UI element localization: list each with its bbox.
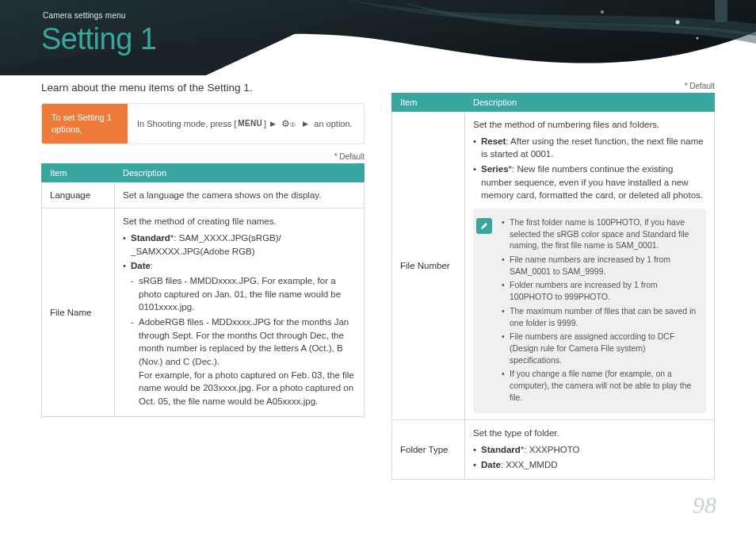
bullet-reset: Reset: After using the reset function, t… <box>473 135 706 161</box>
default-note-left: * Default <box>41 152 365 161</box>
standard-folder-rest: : XXXPHOTO <box>524 445 579 454</box>
subscript-one-icon: ① <box>290 121 296 128</box>
label-standard: Standard <box>131 233 170 243</box>
note-item: The first folder name is 100PHOTO, if yo… <box>502 216 698 251</box>
page-title: Setting 1 <box>41 22 157 56</box>
desc-file-number: Set the method of numbering files and fo… <box>465 112 715 420</box>
note-pencil-icon <box>476 218 492 234</box>
col-header-desc: Description <box>115 163 365 182</box>
reset-rest: : After using the reset function, the ne… <box>481 136 704 159</box>
col-header-item: Item <box>392 94 465 112</box>
spacer2 <box>299 119 301 128</box>
instruction-body: In Shooting mode, press [ MENU ] ▶ ⚙ ① ▶… <box>128 104 362 144</box>
file-name-lead: Set the method of creating file names. <box>123 216 277 226</box>
label-date: Date <box>131 261 151 270</box>
date-folder-rest: : XXX_MMDD <box>501 460 558 469</box>
arrow-right-icon: ▶ <box>270 120 276 128</box>
note-box: The first folder name is 100PHOTO, if yo… <box>473 209 706 413</box>
bracket-close: ] <box>264 119 269 128</box>
file-number-lead: Set the method of numbering files and fo… <box>473 120 659 129</box>
label-standard-folder: Standard <box>481 445 521 454</box>
instruction-prefix: In Shooting mode, press [ <box>137 119 236 128</box>
date-colon: : <box>151 261 153 270</box>
folder-type-lead: Set the type of folder. <box>473 428 559 438</box>
label-reset: Reset <box>481 136 506 146</box>
page-number: 98 <box>693 492 716 519</box>
settings-table-left: Item Description Language Set a language… <box>41 163 365 417</box>
table-header-row: Item Description <box>392 94 715 112</box>
note-item: The maximum number of files that can be … <box>502 305 698 328</box>
label-series: Series <box>481 164 509 174</box>
breadcrumb: Camera settings menu <box>43 11 126 20</box>
page-header: Camera settings menu Setting 1 <box>0 0 756 75</box>
default-note-right: * Default <box>391 82 715 90</box>
desc-folder-type: Set the type of folder. Standard*: XXXPH… <box>465 420 715 480</box>
item-folder-type: Folder Type <box>392 420 465 480</box>
left-column: Learn about the menu items of the Settin… <box>41 82 365 480</box>
svg-point-1 <box>601 10 604 13</box>
content-area: Learn about the menu items of the Settin… <box>0 75 756 480</box>
bullet-date-folder: Date: XXX_MMDD <box>473 458 706 472</box>
instruction-row: To set Setting 1 options, In Shooting mo… <box>41 103 365 144</box>
bullet-date: Date: sRGB files - MMDDxxxx.JPG. For exa… <box>123 259 356 408</box>
note-item: File numbers are assigned according to D… <box>502 331 698 366</box>
arrow-right-icon-2: ▶ <box>303 120 308 128</box>
nav-tab-icon[interactable] <box>715 0 727 22</box>
desc-language: Set a language the camera shows on the d… <box>115 182 365 209</box>
svg-point-0 <box>676 21 680 25</box>
item-language: Language <box>42 182 115 209</box>
spacer <box>277 119 280 128</box>
bullet-standard: Standard*: SAM_XXXX.JPG(sRGB)/ _SAMXXXX.… <box>123 232 356 258</box>
gear-icon: ⚙ <box>281 118 290 129</box>
note-icon-wrap <box>473 216 495 405</box>
table-row: File Number Set the method of numbering … <box>392 112 715 420</box>
right-column: * Default Item Description File Number S… <box>391 82 715 480</box>
desc-file-name: Set the method of creating file names. S… <box>115 209 365 416</box>
table-row: Folder Type Set the type of folder. Stan… <box>392 420 715 480</box>
col-header-desc: Description <box>465 94 715 112</box>
series-rest: : New file numbers continue the existing… <box>481 164 703 200</box>
table-row: Language Set a language the camera shows… <box>42 182 365 209</box>
label-date-folder: Date <box>481 460 501 469</box>
table-header-row: Item Description <box>42 163 365 182</box>
item-file-name: File Name <box>42 209 115 416</box>
bullet-standard-folder: Standard*: XXXPHOTO <box>473 443 706 457</box>
note-item: Folder numbers are increased by 1 from 1… <box>502 279 698 302</box>
menu-key-icon: MENU <box>238 119 262 128</box>
col-header-item: Item <box>42 163 115 182</box>
note-list: The first folder name is 100PHOTO, if yo… <box>502 216 698 405</box>
intro-text: Learn about the menu items of the Settin… <box>41 82 365 94</box>
note-item: If you change a file name (for example, … <box>502 368 698 403</box>
settings-table-right: Item Description File Number Set the met… <box>391 93 715 480</box>
bullet-series: Series*: New file numbers continue the e… <box>473 163 706 202</box>
spacer3 <box>310 119 312 128</box>
dash-adobergb-b: For example, for a photo captured on Feb… <box>139 370 354 406</box>
instruction-label: To set Setting 1 options, <box>42 104 128 144</box>
dash-adobergb: AdobeRGB files - MDDxxxx.JPG for the mon… <box>131 316 356 408</box>
instruction-suffix: an option. <box>314 119 352 128</box>
note-item: File name numbers are increased by 1 fro… <box>502 254 698 277</box>
svg-point-2 <box>697 37 699 40</box>
dash-srgb: sRGB files - MMDDxxxx.JPG. For example, … <box>131 274 356 314</box>
dash-adobergb-a: AdobeRGB files - MDDxxxx.JPG for the mon… <box>139 317 349 366</box>
table-row: File Name Set the method of creating fil… <box>42 209 365 416</box>
item-file-number: File Number <box>392 112 465 420</box>
